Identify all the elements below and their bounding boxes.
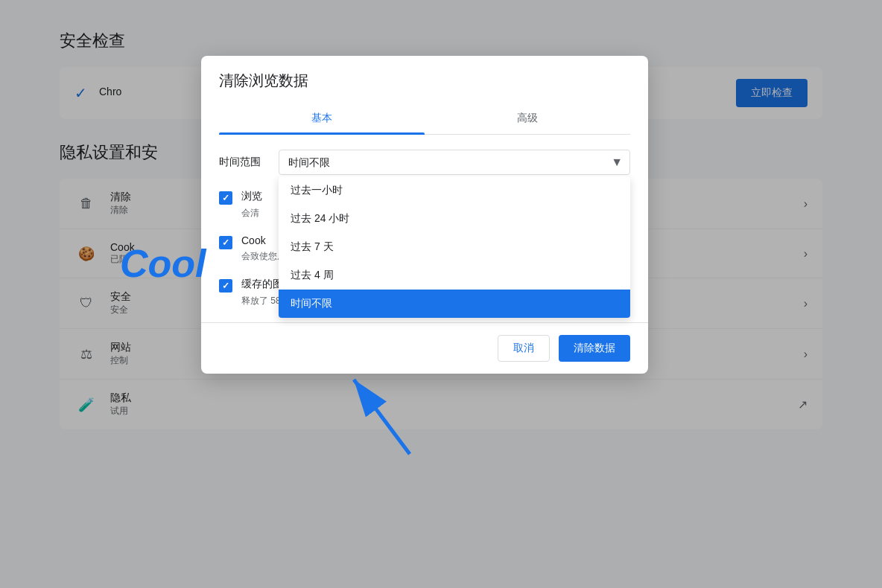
tab-advanced[interactable]: 高级 (425, 103, 630, 134)
time-dropdown-menu: 过去一小时 过去 24 小时 过去 7 天 过去 4 周 时间不限 (279, 176, 630, 318)
time-range-select-wrapper: 过去一小时 过去 24 小时 过去 7 天 过去 4 周 时间不限 ▼ 过去一小… (279, 150, 630, 175)
dialog-footer: 取消 清除数据 (201, 322, 648, 374)
time-range-select[interactable]: 过去一小时 过去 24 小时 过去 7 天 过去 4 周 时间不限 (279, 150, 630, 175)
cancel-button[interactable]: 取消 (498, 335, 550, 362)
dropdown-option-5[interactable]: 时间不限 (279, 290, 630, 318)
dialog-header: 清除浏览数据 基本 高级 (201, 56, 648, 135)
clear-browsing-dialog: 清除浏览数据 基本 高级 时间范围 过去一小时 过去 24 小时 过去 7 天 … (201, 56, 648, 374)
time-range-label: 时间范围 (219, 156, 279, 169)
time-range-row: 时间范围 过去一小时 过去 24 小时 过去 7 天 过去 4 周 时间不限 ▼… (219, 150, 630, 175)
checkbox-cookie-input[interactable]: ✓ (219, 236, 232, 249)
checkbox-cache-input[interactable]: ✓ (219, 279, 232, 293)
dropdown-option-2[interactable]: 过去 24 小时 (279, 205, 630, 233)
dropdown-option-1[interactable]: 过去一小时 (279, 176, 630, 205)
checkbox-browsing-input[interactable]: ✓ (219, 191, 232, 205)
check-mark-icon2: ✓ (222, 237, 229, 248)
clear-data-button[interactable]: 清除数据 (559, 335, 630, 362)
dialog-title: 清除浏览数据 (219, 71, 630, 91)
tab-basic[interactable]: 基本 (219, 103, 425, 134)
dialog-body: 时间范围 过去一小时 过去 24 小时 过去 7 天 过去 4 周 时间不限 ▼… (201, 135, 648, 322)
dropdown-option-3[interactable]: 过去 7 天 (279, 233, 630, 261)
check-mark-icon: ✓ (222, 193, 229, 203)
dialog-tabs: 基本 高级 (219, 103, 630, 135)
dropdown-option-4[interactable]: 过去 4 周 (279, 261, 630, 290)
check-mark-icon3: ✓ (222, 281, 229, 291)
